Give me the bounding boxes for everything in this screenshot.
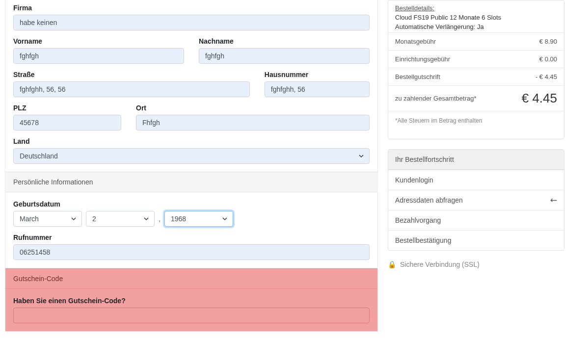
land-select[interactable]: Deutschland [13, 148, 370, 164]
firma-label: Firma [13, 4, 370, 12]
tax-note: *Alle Steuern im Betrag enthalten [388, 111, 564, 139]
order-details-link[interactable]: Bestelldetails: [395, 4, 557, 12]
personal-section: Persönliche Informationen Geburtsdatum M… [5, 172, 378, 268]
price-row: Monatsgebühr € 8.90 [388, 32, 564, 50]
coupon-input[interactable] [13, 308, 370, 323]
dob-comma: , [159, 215, 160, 223]
firma-input[interactable] [13, 15, 370, 30]
dob-year-select[interactable]: 1968 [164, 211, 233, 227]
progress-step-address[interactable]: Adressdaten abfragen 🡐 [388, 190, 564, 210]
progress-step-label: Bestellbestätigung [395, 236, 451, 244]
progress-step-label: Kundenlogin [395, 176, 433, 184]
price-row: Einrichtungsgebühr € 0.00 [388, 50, 564, 68]
progress-step-confirm[interactable]: Bestellbestätigung [388, 230, 564, 250]
total-value: € 4.45 [522, 91, 557, 106]
vorname-input[interactable] [13, 48, 184, 64]
ssl-row: 🔒 Sichere Verbindung (SSL) [388, 260, 564, 268]
dob-day-select[interactable]: 2 [86, 211, 155, 227]
coupon-section: Gutschein-Code Haben Sie einen Gutschein… [5, 268, 378, 332]
strasse-input[interactable] [13, 81, 250, 97]
total-row: zu zahlender Gesamtbetrag* € 4.45 [388, 85, 564, 111]
vorname-label: Vorname [13, 37, 184, 45]
progress-step-label: Bezahlvorgang [395, 216, 441, 224]
hausnummer-input[interactable] [265, 81, 370, 97]
progress-step-payment[interactable]: Bezahlvorgang [388, 210, 564, 230]
rufnummer-input[interactable] [13, 244, 370, 260]
order-progress-box: Ihr Bestellfortschritt Kundenlogin Adres… [388, 149, 564, 251]
price-label: Bestellgutschrift [395, 73, 440, 80]
price-value: € 8.90 [539, 38, 557, 45]
strasse-label: Straße [13, 71, 250, 78]
ort-input[interactable] [136, 115, 370, 130]
geburtsdatum-label: Geburtsdatum [13, 200, 370, 208]
price-value: € 0.00 [539, 55, 557, 63]
ssl-text: Sichere Verbindung (SSL) [400, 260, 480, 268]
product-line: Cloud FS19 Public 12 Monate 6 Slots [395, 14, 557, 21]
coupon-section-header: Gutschein-Code [5, 268, 377, 289]
price-label: Monatsgebühr [395, 38, 436, 45]
plz-label: PLZ [13, 104, 121, 112]
dob-month-select[interactable]: March [13, 211, 82, 227]
hausnummer-label: Hausnummer [265, 71, 370, 78]
nachname-label: Nachname [199, 37, 370, 45]
address-section: Firma Vorname Nachname [5, 0, 378, 172]
rufnummer-label: Rufnummer [13, 234, 370, 241]
lock-icon: 🔒 [388, 260, 396, 268]
order-summary-box: Bestelldetails: Cloud FS19 Public 12 Mon… [388, 0, 564, 139]
ort-label: Ort [136, 104, 370, 112]
progress-step-label: Adressdaten abfragen [395, 196, 463, 204]
total-label: zu zahlender Gesamtbetrag* [395, 95, 476, 102]
land-label: Land [13, 137, 370, 145]
progress-header: Ihr Bestellfortschritt [388, 150, 564, 170]
progress-step-login[interactable]: Kundenlogin [388, 170, 564, 190]
price-row: Bestellgutschrift - € 4.45 [388, 68, 564, 85]
plz-input[interactable] [13, 115, 121, 130]
renewal-line: Automatische Verlängerung: Ja [395, 23, 557, 30]
personal-section-header: Persönliche Informationen [5, 172, 377, 192]
nachname-input[interactable] [199, 48, 370, 64]
price-label: Einrichtungsgebühr [395, 55, 450, 63]
arrow-left-icon: 🡐 [550, 196, 557, 204]
price-value: - € 4.45 [535, 73, 557, 80]
coupon-question-label: Haben Sie einen Gutschein-Code? [13, 297, 370, 305]
